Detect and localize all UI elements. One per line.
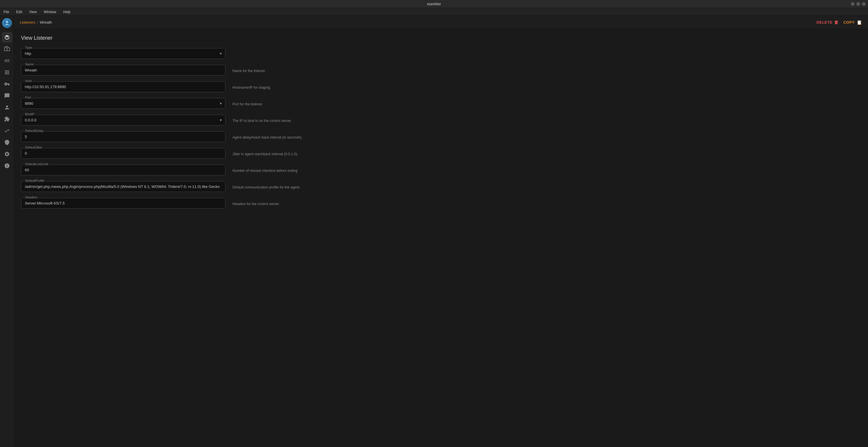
app-title: starkiller	[427, 2, 441, 6]
sidebar-item-info[interactable]	[2, 161, 12, 171]
trash-icon: 🗑	[834, 20, 839, 25]
menu-edit[interactable]: Edit	[15, 9, 23, 14]
topbar-actions: DELETE 🗑 COPY 📋	[816, 20, 862, 25]
menu-window[interactable]: Window	[43, 9, 58, 14]
defaultjitter-description: Jitter in agent reachback interval (0.0-…	[232, 148, 861, 157]
field-row-name: Name Name for the listener.	[21, 65, 861, 76]
sidebar-item-malleable[interactable]	[2, 126, 12, 136]
field-row-bindip: BindIP 0.0.0.0 ▼ The IP to bind to on th…	[21, 115, 861, 126]
host-description: Hostname/IP for staging.	[232, 81, 861, 90]
sidebar-item-links[interactable]	[2, 56, 12, 66]
topbar: Listeners / Wreath DELETE 🗑 COPY 📋	[14, 16, 868, 29]
sidebar-item-modules[interactable]	[2, 67, 12, 78]
breadcrumb-separator: /	[37, 20, 38, 25]
sidebar-item-stagers[interactable]	[2, 44, 12, 54]
sidebar-item-plugins[interactable]	[2, 114, 12, 124]
menu-view[interactable]: View	[28, 9, 38, 14]
delete-button[interactable]: DELETE 🗑	[816, 20, 839, 25]
defaultlostlimit-input[interactable]	[21, 165, 225, 175]
port-field-wrap: Port 8890 ▼	[21, 98, 225, 109]
window-controls	[851, 2, 866, 6]
copy-icon: 📋	[857, 20, 863, 25]
breadcrumb: Listeners / Wreath	[20, 20, 52, 25]
menu-file[interactable]: File	[2, 9, 10, 14]
defaultprofile-field-wrap: DefaultProfile	[21, 181, 225, 192]
titlebar: starkiller	[0, 0, 868, 8]
page-title: View Listener	[21, 35, 861, 41]
sidebar-item-agents[interactable]	[2, 91, 12, 101]
name-description: Name for the listener.	[232, 65, 861, 73]
port-description: Port for the listener.	[232, 98, 861, 107]
close-btn[interactable]	[851, 2, 855, 6]
bindip-description: The IP to bind to on the control server.	[232, 115, 861, 124]
breadcrumb-listeners-link[interactable]: Listeners	[20, 20, 35, 25]
name-input[interactable]	[21, 65, 225, 76]
bindip-field-wrap: BindIP 0.0.0.0 ▼	[21, 115, 225, 126]
field-row-type: Type http ▼	[21, 48, 861, 59]
defaultdelay-field-wrap: DefaultDelay	[21, 131, 225, 142]
sidebar-item-security[interactable]	[2, 137, 12, 148]
type-label: Type	[24, 46, 33, 49]
main-content: Listeners / Wreath DELETE 🗑 COPY 📋 View …	[14, 16, 868, 447]
host-label: Host	[24, 79, 33, 82]
copy-label: COPY	[843, 20, 855, 25]
defaultprofile-description: Default communication profile for the ag…	[232, 181, 861, 190]
type-field-wrap: Type http ▼	[21, 48, 225, 59]
headers-description: Headers for the control server.	[232, 198, 861, 207]
name-label: Name	[24, 63, 35, 66]
defaultlostlimit-field-wrap: DefaultLostLimit	[21, 165, 225, 175]
defaultprofile-label: DefaultProfile	[24, 179, 45, 182]
sidebar-item-config[interactable]	[2, 149, 12, 159]
field-row-defaultprofile: DefaultProfile Default communication pro…	[21, 181, 861, 192]
port-label: Port	[24, 96, 32, 99]
field-row-host: Host Hostname/IP for staging.	[21, 81, 861, 92]
field-row-defaultdelay: DefaultDelay Agent delay/reach back inte…	[21, 131, 861, 142]
app-layout: Listeners / Wreath DELETE 🗑 COPY 📋 View …	[0, 16, 868, 447]
avatar	[2, 18, 12, 28]
defaultlostlimit-label: DefaultLostLimit	[24, 162, 49, 166]
page-area: View Listener Type http ▼ Name	[14, 29, 868, 447]
field-row-defaultlostlimit: DefaultLostLimit Number of missed checki…	[21, 165, 861, 175]
delete-label: DELETE	[816, 20, 832, 25]
defaultdelay-description: Agent delay/reach back interval (in seco…	[232, 131, 861, 140]
sidebar-item-listeners[interactable]	[2, 32, 12, 43]
menu-help[interactable]: Help	[62, 9, 72, 14]
sidebar-item-credentials[interactable]	[2, 79, 12, 89]
field-row-port: Port 8890 ▼ Port for the listener.	[21, 98, 861, 109]
port-select[interactable]: 8890	[21, 98, 225, 109]
form-section: Type http ▼ Name Name for the listener.	[21, 48, 861, 209]
maximize-btn[interactable]	[862, 2, 866, 6]
sidebar	[0, 16, 14, 447]
type-select[interactable]: http	[21, 48, 225, 59]
defaultjitter-field-wrap: DefaultJitter	[21, 148, 225, 159]
menubar: File Edit View Window Help	[0, 8, 868, 16]
bindip-label: BindIP	[24, 112, 36, 116]
headers-label: Headers	[24, 196, 38, 199]
field-row-headers: Headers Headers for the control server.	[21, 198, 861, 209]
headers-input[interactable]	[21, 198, 225, 209]
sidebar-item-users[interactable]	[2, 102, 12, 113]
breadcrumb-current: Wreath	[40, 20, 52, 25]
defaultprofile-input[interactable]	[21, 181, 225, 192]
copy-button[interactable]: COPY 📋	[843, 20, 862, 25]
field-row-defaultjitter: DefaultJitter Jitter in agent reachback …	[21, 148, 861, 159]
defaultjitter-label: DefaultJitter	[24, 146, 43, 149]
headers-field-wrap: Headers	[21, 198, 225, 209]
host-field-wrap: Host	[21, 81, 225, 92]
bindip-select[interactable]: 0.0.0.0	[21, 115, 225, 126]
name-field-wrap: Name	[21, 65, 225, 76]
defaultjitter-input[interactable]	[21, 148, 225, 159]
minimize-btn[interactable]	[856, 2, 860, 6]
defaultdelay-input[interactable]	[21, 131, 225, 142]
defaultlostlimit-description: Number of missed checkins before exiting	[232, 165, 861, 173]
host-input[interactable]	[21, 81, 225, 92]
defaultdelay-label: DefaultDelay	[24, 129, 45, 133]
